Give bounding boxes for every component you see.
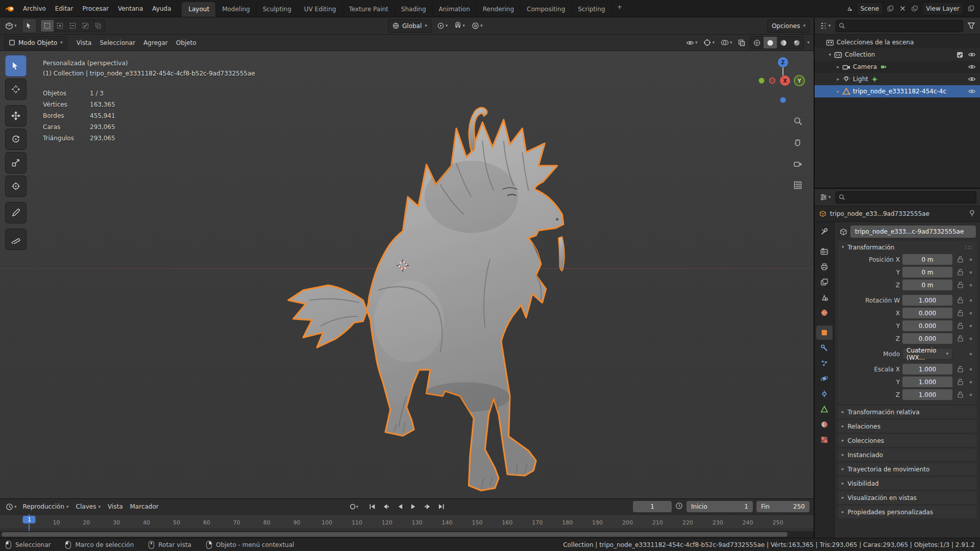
cursor-tool-button[interactable] — [5, 79, 27, 100]
play-reverse-button[interactable] — [394, 501, 406, 512]
jump-to-start-button[interactable] — [366, 501, 379, 512]
rotate-tool-button[interactable] — [5, 129, 27, 150]
frame-end-field[interactable]: Fin 250 — [756, 501, 810, 512]
shading-solid-button[interactable] — [764, 37, 777, 48]
editor-type-outliner-button[interactable]: ▾ — [818, 20, 832, 32]
workspace-tab-sculpting[interactable]: Sculpting — [256, 2, 298, 17]
frame-tick[interactable]: 120 — [382, 519, 393, 526]
workspace-tab-modeling[interactable]: Modeling — [215, 2, 256, 17]
workspace-tab-uv-editing[interactable]: UV Editing — [298, 2, 342, 17]
frame-tick[interactable]: 250 — [772, 519, 783, 526]
lock-open-icon[interactable] — [955, 322, 965, 329]
visibility-eye-icon[interactable] — [968, 52, 976, 58]
workspace-tab-compositing[interactable]: Compositing — [520, 2, 571, 17]
frame-tick[interactable]: 150 — [472, 519, 482, 526]
proportional-editing-toggle[interactable]: ▾ — [470, 20, 484, 32]
rotation-mode-dropdown[interactable]: Cuaternio (WX...▾ — [902, 348, 952, 360]
frame-tick[interactable]: 30 — [113, 519, 120, 526]
properties-tab-data[interactable] — [816, 402, 832, 416]
lock-open-icon[interactable] — [955, 379, 965, 385]
select-box-tool-button[interactable] — [5, 55, 27, 77]
viewport-3d[interactable]: Personalizada (perspectiva) (1) Collecti… — [0, 51, 814, 498]
new-scene-icon[interactable] — [885, 3, 895, 15]
animate-dot-icon[interactable] — [968, 352, 974, 356]
transform-value-field[interactable]: 0.000 — [902, 308, 952, 318]
transform-value-field[interactable]: 1.000 — [902, 389, 952, 400]
active-tool-icon[interactable] — [22, 18, 37, 33]
frame-tick[interactable]: 180 — [562, 519, 573, 526]
scene-browse-icon[interactable] — [844, 3, 854, 15]
lock-open-icon[interactable] — [955, 366, 965, 372]
disclosure-right-icon[interactable]: ▸ — [834, 89, 842, 94]
frame-tick[interactable]: 130 — [412, 519, 423, 526]
properties-tab-physics[interactable] — [816, 371, 832, 386]
frame-start-field[interactable]: Inicio 1 — [687, 501, 753, 512]
shading-options-chevron-icon[interactable]: ▾ — [807, 40, 810, 45]
properties-search-input[interactable] — [836, 191, 976, 204]
select-set-button[interactable] — [41, 20, 54, 32]
pin-icon[interactable] — [969, 210, 975, 218]
panel-visibilidad[interactable]: ▸Visibilidad — [838, 477, 977, 490]
transform-tool-button[interactable] — [5, 176, 27, 197]
transform-value-field[interactable]: 0 m — [902, 254, 952, 265]
viewport-menu-vista[interactable]: Vista — [72, 39, 96, 46]
next-keyframe-button[interactable] — [422, 501, 434, 512]
creature-model[interactable] — [283, 104, 591, 495]
timeline-ruler[interactable]: 1020304050607080901001101201301401501601… — [0, 514, 814, 528]
outliner-row-tripo-node-e3331182-454c[interactable]: ▸tripo_node_e3331182-454c-4c — [815, 85, 980, 97]
panel-visualizaci-n-en-vistas[interactable]: ▸Visualización en vistas — [838, 491, 977, 504]
scrollbar-thumb[interactable] — [2, 532, 788, 537]
properties-tab-output[interactable] — [816, 260, 832, 274]
transform-value-field[interactable]: 0.000 — [902, 333, 952, 344]
disclosure-down-icon[interactable]: ▾ — [826, 52, 834, 57]
visibility-eye-icon[interactable] — [968, 88, 976, 94]
panel-grip-handle[interactable] — [965, 245, 973, 249]
scene-selector[interactable]: Scene — [856, 2, 884, 15]
frame-tick[interactable]: 80 — [263, 519, 271, 526]
frame-tick[interactable]: 100 — [322, 519, 332, 526]
current-frame-marker[interactable]: 1 — [23, 516, 36, 523]
outliner-row-collection[interactable]: ▾Collection — [815, 48, 980, 61]
editor-type-timeline-button[interactable]: ▾ — [4, 500, 18, 513]
workspace-tab-scripting[interactable]: Scripting — [571, 2, 611, 17]
pivot-point-dropdown[interactable]: ▾ — [435, 20, 450, 32]
animate-dot-icon[interactable] — [968, 337, 974, 341]
navigation-gizmo[interactable]: Z X Y — [756, 55, 807, 108]
transform-orientation-dropdown[interactable]: Global ▾ — [388, 19, 432, 33]
properties-tab-object[interactable] — [816, 325, 832, 340]
frame-tick[interactable]: 50 — [173, 519, 180, 526]
workspace-tab-rendering[interactable]: Rendering — [476, 2, 520, 17]
animate-dot-icon[interactable] — [968, 311, 974, 315]
frame-tick[interactable]: 160 — [502, 519, 512, 526]
timeline-scrollbar[interactable] — [0, 531, 814, 538]
properties-tab-modifiers[interactable] — [816, 341, 832, 355]
disclosure-right-icon[interactable]: ▸ — [834, 64, 842, 69]
viewport-menu-objeto[interactable]: Objeto — [172, 39, 201, 46]
menubar-item-archivo[interactable]: Archivo — [18, 0, 51, 17]
frame-tick[interactable]: 70 — [233, 519, 240, 526]
properties-tab-scene[interactable] — [816, 290, 832, 305]
properties-tab-constraints[interactable] — [816, 387, 832, 401]
properties-tab-world[interactable] — [816, 306, 832, 320]
transform-value-field[interactable]: 0.000 — [902, 320, 952, 331]
animate-dot-icon[interactable] — [968, 258, 974, 262]
select-extend-button[interactable] — [54, 20, 66, 32]
workspace-tab-shading[interactable]: Shading — [395, 2, 432, 17]
timeline-strip[interactable]: 1020304050607080901001101201301401501601… — [0, 514, 814, 531]
filter-icon[interactable] — [966, 20, 976, 32]
timeline-menu-reproducci-n[interactable]: Reproducción▾ — [19, 503, 72, 510]
frame-tick[interactable]: 40 — [143, 519, 150, 526]
properties-tab-particles[interactable] — [816, 356, 832, 370]
auto-keying-record-button[interactable]: ▾ — [348, 501, 360, 512]
lock-open-icon[interactable] — [955, 256, 965, 263]
timeline-playhead[interactable]: 1 — [29, 514, 30, 531]
blender-logo-icon[interactable] — [0, 0, 18, 17]
frame-tick[interactable]: 90 — [293, 519, 301, 526]
lock-open-icon[interactable] — [955, 269, 965, 276]
snapping-magnet-toggle[interactable]: ▾ — [453, 20, 467, 32]
panel-propiedades-personalizadas[interactable]: ▸Propiedades personalizadas — [838, 506, 977, 518]
transform-value-field[interactable]: 0 m — [902, 267, 952, 278]
mode-dropdown[interactable]: Modo Objeto ▾ — [4, 36, 67, 49]
timeline-menu-vista[interactable]: Vista — [104, 503, 127, 510]
new-view-layer-icon[interactable] — [966, 3, 976, 15]
